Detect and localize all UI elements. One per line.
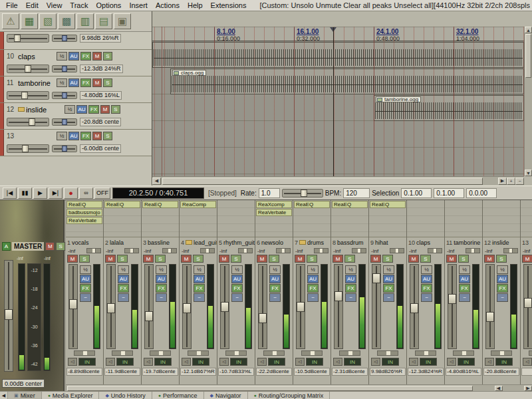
solo-button[interactable]: S [103,78,112,87]
rate-slider-thumb[interactable] [301,190,307,197]
speaker-icon[interactable]: ◁ [409,358,418,366]
volume-fader[interactable] [220,264,229,349]
routing-button[interactable]: AU [68,132,79,140]
solo-button[interactable]: S [496,255,507,263]
mosaic-icon[interactable]: ▩ [58,13,75,29]
mute-button[interactable]: M [484,255,495,263]
strip-name[interactable]: newsolo [261,239,283,246]
pan-thumb[interactable] [282,249,285,253]
strip-name[interactable]: rhythm_guit [223,239,255,246]
width-thumb[interactable] [500,351,504,355]
volume-fader[interactable] [7,34,49,43]
fx-inserts[interactable]: ReaEQ [104,200,141,237]
ruler-marker[interactable]: 16.1.00 0:32.000 [294,28,320,41]
input-button[interactable]: IN [154,358,172,366]
fx-inserts[interactable] [407,200,444,237]
fader-thumb[interactable] [25,65,31,72]
strip-name[interactable]: drums [307,239,324,246]
pan-thumb[interactable] [320,249,323,253]
go-start-button[interactable]: |◀ [3,188,17,199]
tab-navigator[interactable]: ◆ Navigator [204,392,248,399]
pan-slider[interactable] [52,145,77,152]
strip-name[interactable]: lalala [110,239,124,246]
volume-fader[interactable] [68,264,78,349]
scroll-down-icon[interactable]: ▼ [525,170,532,176]
routing-button[interactable]: AU [307,275,319,283]
fx-insert[interactable]: ReaXcomp [256,201,292,208]
rate-slider[interactable] [282,189,323,198]
track-row-11[interactable]: 11 tamborine ½ AU FX M S -4.80dB 16%L [0,76,152,103]
master-fader[interactable] [4,260,13,372]
channel-mode-button[interactable]: ½ [57,52,67,61]
media-item[interactable]: tamborine.ogg [374,95,524,121]
channel-mode-button[interactable]: ½ [80,265,91,274]
ruler-marker[interactable]: 24.1.00 0:48.000 [374,28,400,41]
fader-thumb[interactable] [107,303,115,313]
arrange-track-lane[interactable] [152,148,524,174]
channel-mode-button[interactable]: ½ [345,265,356,274]
routing-button[interactable]: AU [383,275,394,283]
width-slider[interactable] [188,350,209,356]
mute-button[interactable]: M [105,255,116,263]
arrange-vertical-scrollbar[interactable]: ▲ ▼ [524,27,532,176]
arrange-track-lane[interactable] [152,121,524,148]
width-slider[interactable] [263,350,285,356]
track-row-9[interactable]: 9 ½ AU FX M S 9.98dB 26%R [0,32,152,50]
channel-mode-button[interactable]: ½ [57,132,67,140]
rate-input[interactable]: 1.0 [259,188,280,198]
pan-thumb[interactable] [358,249,361,253]
automation-button[interactable]: A [2,242,11,251]
master-mute-button[interactable]: M [45,242,55,251]
speaker-icon[interactable]: ◁ [106,358,115,366]
volume-fader[interactable] [7,65,49,73]
envelope-button[interactable]: ~ [156,293,167,302]
selection-start-input[interactable]: 0.1.00 [401,188,432,198]
fx-insert[interactable]: ReaEQ [104,201,140,208]
mute-button[interactable]: M [92,52,102,61]
record-arm-strip[interactable] [0,76,4,102]
pan-slider[interactable] [124,248,139,253]
fx-button[interactable]: FX [345,284,356,293]
routing-button[interactable]: AU [80,275,91,283]
solo-button[interactable]: S [420,255,431,263]
solo-button[interactable]: S [103,52,112,61]
selection-length-input[interactable]: 0.0.00 [466,188,497,198]
channel-mode-button[interactable]: ½ [497,265,508,274]
fx-button[interactable]: FX [459,284,470,293]
envelope-button[interactable]: ~ [383,293,394,302]
fx-inserts[interactable]: ReaEQ [293,200,331,237]
width-slider[interactable] [377,350,398,356]
mixer-scroll-thumb[interactable] [67,386,473,391]
width-slider[interactable] [491,350,512,356]
input-button[interactable]: IN [495,358,513,366]
pan-slider[interactable] [52,118,77,126]
width-thumb[interactable] [424,351,428,355]
fx-button[interactable]: FX [194,284,205,293]
mute-button[interactable]: M [408,255,419,263]
input-button[interactable]: IN [382,358,399,366]
mute-button[interactable]: M [522,255,532,263]
envelope-button[interactable]: ~ [421,293,432,302]
envelope-button[interactable]: ~ [231,293,243,302]
width-slider[interactable] [339,350,360,356]
routing-button[interactable]: AU [345,275,356,283]
fader-thumb[interactable] [145,311,153,321]
solo-button[interactable]: S [307,255,317,263]
pan-thumb[interactable] [396,249,399,253]
pan-thumb[interactable] [92,249,96,253]
repeat-button[interactable]: ∞ [79,188,93,199]
mute-button[interactable]: M [295,255,305,263]
solo-button[interactable]: S [344,255,355,263]
width-thumb[interactable] [386,351,390,355]
fader-thumb[interactable] [486,312,494,322]
envelope-button[interactable]: ~ [459,293,470,302]
speaker-icon[interactable]: ◁ [333,358,342,366]
width-slider[interactable] [112,350,133,356]
strip-name[interactable]: claps [416,239,430,246]
track-name[interactable]: claps [18,53,55,61]
channel-mode-button[interactable]: ½ [156,265,167,274]
scroll-up-icon[interactable]: ▲ [525,27,532,33]
fx-inserts[interactable] [217,200,255,237]
fx-insert[interactable]: ReaVerbate [256,209,292,216]
speaker-icon[interactable]: ◁ [182,358,191,366]
